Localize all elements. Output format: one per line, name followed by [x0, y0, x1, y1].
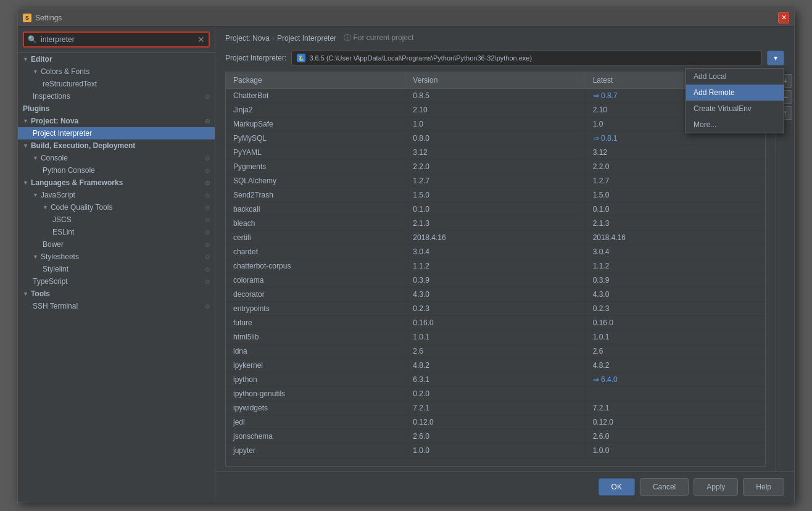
table-row[interactable]: ipython6.3.1⇒ 6.4.0 [226, 373, 765, 387]
cancel-button[interactable]: Cancel [640, 478, 689, 496]
sidebar-item-console[interactable]: ▼ Console ⊙ [18, 152, 215, 164]
package-name: certifi [226, 231, 405, 244]
package-version: 1.0.1 [405, 330, 585, 344]
package-latest: 0.2.3 [586, 302, 765, 315]
badge-icon: ⊙ [205, 303, 210, 310]
package-version: 0.2.3 [405, 302, 585, 315]
table-row[interactable]: html5lib1.0.11.0.1 [226, 330, 765, 344]
table-row[interactable]: Send2Trash1.5.01.5.0 [226, 188, 765, 202]
package-latest: 4.3.0 [586, 288, 765, 301]
sidebar-item-tools[interactable]: ▼ Tools [18, 288, 215, 300]
sidebar-item-project-nova[interactable]: ▼ Project: Nova ⊙ [18, 115, 215, 127]
package-latest: 0.3.9 [586, 273, 765, 287]
package-name: ipython-genutils [226, 387, 405, 401]
table-row[interactable]: SQLAlchemy1.2.71.2.7 [226, 174, 765, 188]
interpreter-value-display: 🐍 3.6.5 (C:\User \AppData\Local\Programs… [291, 51, 762, 65]
package-name: ChatterBot [226, 89, 405, 102]
table-row[interactable]: ipython-genutils0.2.0 [226, 387, 765, 401]
sidebar-item-plugins[interactable]: Plugins [18, 102, 215, 115]
table-row[interactable]: ipywidgets7.2.17.2.1 [226, 401, 765, 415]
package-latest: 0.1.0 [586, 202, 765, 216]
package-latest: 2018.4.16 [586, 231, 765, 244]
table-row[interactable]: MarkupSafe1.01.0 [226, 117, 765, 131]
breadcrumb-part1: Project: Nova [225, 34, 270, 43]
search-box: 🔍 ✕ [18, 27, 215, 53]
table-row[interactable]: backcall0.1.00.1.0 [226, 202, 765, 217]
search-clear-icon[interactable]: ✕ [197, 35, 205, 44]
expand-arrow-icon: ▼ [23, 118, 28, 124]
dialog-body: 🔍 ✕ ▼ Editor ▼ Colors & Fonts reStructur… [18, 27, 794, 502]
search-input[interactable] [39, 34, 197, 45]
sidebar-item-editor[interactable]: ▼ Editor [18, 53, 215, 65]
expand-arrow-icon: ▼ [23, 143, 28, 149]
sidebar-item-languages[interactable]: ▼ Languages & Frameworks ⊙ [18, 177, 215, 189]
sidebar-item-python-console[interactable]: Python Console ⊙ [18, 164, 215, 177]
table-row[interactable]: PyYAML3.123.12 [226, 146, 765, 160]
interpreter-dropdown-button[interactable]: ▾ [767, 51, 784, 65]
sidebar-item-stylelint[interactable]: Stylelint ⊙ [18, 263, 215, 275]
badge-icon: ⊙ [205, 229, 210, 236]
help-button[interactable]: Help [743, 478, 784, 496]
search-wrapper: 🔍 ✕ [23, 31, 210, 48]
table-row[interactable]: jsonschema2.6.02.6.0 [226, 430, 765, 444]
apply-button[interactable]: Apply [694, 478, 738, 496]
package-name: idna [226, 344, 405, 358]
sidebar: 🔍 ✕ ▼ Editor ▼ Colors & Fonts reStructur… [18, 27, 215, 502]
package-version: 0.3.9 [405, 273, 585, 287]
table-row[interactable]: chardet3.0.43.0.4 [226, 245, 765, 259]
sidebar-item-colors-fonts[interactable]: ▼ Colors & Fonts [18, 65, 215, 78]
expand-arrow-icon: ▼ [23, 180, 28, 186]
table-row[interactable]: jupyter1.0.01.0.0 [226, 444, 765, 458]
package-name: Send2Trash [226, 188, 405, 202]
add-local-menu-item[interactable]: Add Local [686, 69, 784, 85]
table-row[interactable]: ChatterBot0.8.5⇒ 0.8.7 [226, 89, 765, 103]
table-row[interactable]: ipykernel4.8.24.8.2 [226, 359, 765, 373]
package-name: SQLAlchemy [226, 174, 405, 188]
sidebar-item-bower[interactable]: Bower ⊙ [18, 238, 215, 251]
expand-arrow-icon: ▼ [33, 254, 38, 260]
package-latest: 2.6.0 [586, 430, 765, 443]
table-row[interactable]: decorator4.3.04.3.0 [226, 288, 765, 302]
table-row[interactable]: certifi2018.4.162018.4.16 [226, 231, 765, 245]
package-version: 0.1.0 [405, 202, 585, 216]
sidebar-item-restructuredtext[interactable]: reStructuredText [18, 78, 215, 90]
sidebar-item-inspections[interactable]: Inspections ⊙ [18, 90, 215, 102]
package-name: bleach [226, 217, 405, 230]
sidebar-item-code-quality[interactable]: ▼ Code Quality Tools ⊙ [18, 201, 215, 214]
search-icon: 🔍 [28, 35, 37, 44]
sidebar-item-jscs[interactable]: JSCS ⊙ [18, 214, 215, 226]
badge-icon: ⊙ [205, 118, 210, 125]
add-remote-menu-item[interactable]: Add Remote [686, 85, 784, 101]
sidebar-item-eslint[interactable]: ESLint ⊙ [18, 226, 215, 238]
sidebar-item-typescript[interactable]: TypeScript ⊙ [18, 275, 215, 288]
table-row[interactable]: bleach2.1.32.1.3 [226, 217, 765, 231]
table-row[interactable]: idna2.62.6 [226, 344, 765, 359]
sidebar-item-build[interactable]: ▼ Build, Execution, Deployment [18, 139, 215, 152]
package-name: entrypoints [226, 302, 405, 315]
sidebar-item-project-interpreter[interactable]: Project Interpreter ⊙ [18, 127, 215, 139]
table-row[interactable]: entrypoints0.2.30.2.3 [226, 302, 765, 316]
table-row[interactable]: PyMySQL0.8.0⇒ 0.8.1 [226, 131, 765, 146]
package-version: 2.6.0 [405, 430, 585, 443]
table-row[interactable]: Pygments2.2.02.2.0 [226, 160, 765, 174]
create-virtualenv-menu-item[interactable]: Create VirtualEnv [686, 101, 784, 117]
sidebar-item-stylesheets[interactable]: ▼ Stylesheets ⊙ [18, 251, 215, 263]
dropdown-wrapper: ▾ Add Local Add Remote Create VirtualEnv… [767, 51, 784, 65]
package-version: 4.3.0 [405, 288, 585, 301]
table-row[interactable]: Jinja22.102.10 [226, 103, 765, 117]
table-row[interactable]: colorama0.3.90.3.9 [226, 273, 765, 288]
close-button[interactable]: ✕ [778, 12, 789, 23]
table-row[interactable]: jedi0.12.00.12.0 [226, 415, 765, 430]
package-version: 2018.4.16 [405, 231, 585, 244]
table-row[interactable]: chatterbot-corpus1.1.21.1.2 [226, 259, 765, 273]
table-row[interactable]: future0.16.00.16.0 [226, 316, 765, 330]
expand-arrow-icon: ▼ [33, 155, 38, 161]
badge-icon: ⊙ [205, 204, 210, 211]
more-menu-item[interactable]: More... [686, 117, 784, 133]
sidebar-item-ssh-terminal[interactable]: SSH Terminal ⊙ [18, 300, 215, 312]
sidebar-item-javascript[interactable]: ▼ JavaScript ⊙ [18, 189, 215, 201]
expand-arrow-icon: ▼ [33, 69, 38, 75]
package-name: Pygments [226, 160, 405, 173]
package-version: 1.0.0 [405, 444, 585, 457]
ok-button[interactable]: OK [599, 478, 635, 496]
